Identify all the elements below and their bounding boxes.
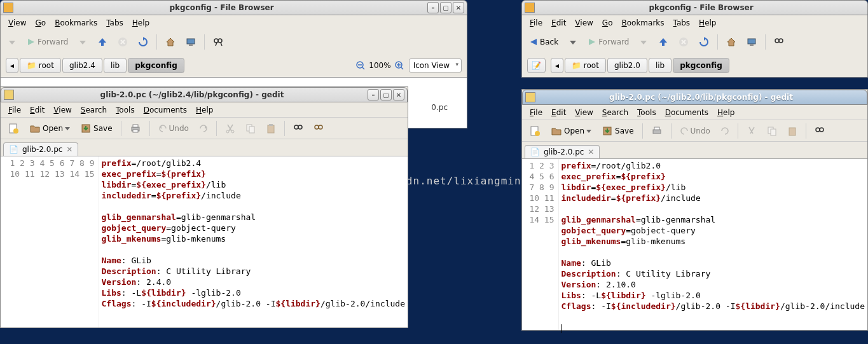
view-mode-select[interactable]: Icon View (409, 58, 462, 72)
menu-view[interactable]: View (571, 17, 596, 29)
menu-documents[interactable]: Documents (661, 107, 712, 118)
search-button[interactable] (771, 34, 787, 50)
maximize-button[interactable]: ▢ (440, 2, 451, 13)
menu-help[interactable]: Help (713, 107, 738, 118)
menu-bookmarks[interactable]: Bookmarks (617, 17, 668, 29)
redo-button (717, 123, 733, 139)
print-button[interactable] (127, 120, 144, 137)
gedit-titlebar[interactable]: glib-2.0.pc (~/glib2.4/lib/pkgconfig) - … (1, 87, 408, 102)
open-button[interactable]: Open (26, 120, 73, 137)
new-button[interactable] (4, 120, 22, 137)
svg-line-5 (216, 43, 217, 46)
minimize-button[interactable]: – (427, 2, 439, 13)
back-button[interactable]: Back (526, 34, 561, 50)
close-button[interactable]: ✕ (393, 89, 404, 100)
up-button[interactable] (655, 34, 672, 50)
open-button[interactable]: Open (548, 123, 595, 139)
tab-icon: 📄 (530, 148, 540, 156)
computer-button[interactable] (743, 34, 760, 50)
reload-button[interactable] (696, 34, 712, 50)
code-content[interactable]: prefix=/root/glib2.0 exec_prefix=${prefi… (559, 159, 867, 330)
home-button[interactable] (162, 34, 179, 50)
gedit-menubar: File Edit View Search Tools Documents He… (1, 102, 408, 118)
tab-close-icon[interactable]: ✕ (588, 148, 594, 156)
filebrowser-titlebar[interactable]: pkgconfig - File Browser (521, 0, 868, 15)
breadcrumb-lib[interactable]: lib (649, 58, 672, 73)
save-button[interactable]: Save (598, 123, 637, 139)
zoom-out-icon[interactable] (356, 61, 365, 70)
back-dropdown-icon[interactable] (565, 34, 581, 50)
editor-area[interactable]: 1 2 3 4 5 6 7 8 9 10 11 12 13 14 15 pref… (522, 158, 867, 330)
svg-rect-39 (654, 127, 659, 130)
breadcrumb-lib[interactable]: lib (104, 58, 127, 73)
menu-tabs[interactable]: Tabs (102, 17, 127, 29)
svg-rect-1 (187, 39, 195, 44)
menu-search[interactable]: Search (77, 104, 111, 116)
gedit-title: glib-2.0.pc (~/glib2.4/lib/pkgconfig) - … (17, 90, 368, 99)
menu-go[interactable]: Go (598, 17, 617, 29)
reload-button[interactable] (135, 34, 151, 50)
editor-area[interactable]: 1 2 3 4 5 6 7 8 9 10 11 12 13 14 15 pref… (1, 156, 408, 327)
breadcrumb-pkgconfig[interactable]: pkgconfig (673, 58, 729, 73)
svg-rect-41 (771, 129, 776, 135)
svg-rect-38 (653, 130, 661, 134)
filebrowser-toolbar: Back Forward (521, 31, 868, 53)
paste-button (784, 123, 801, 139)
edit-location-icon[interactable]: 📝 (527, 58, 546, 73)
menu-tools[interactable]: Tools (633, 107, 660, 118)
home-button[interactable] (723, 34, 740, 50)
menu-search[interactable]: Search (598, 107, 632, 118)
menu-edit[interactable]: Edit (548, 17, 570, 29)
forward-dropdown-icon (636, 34, 651, 50)
minimize-button[interactable]: – (368, 89, 379, 100)
gedit-titlebar[interactable]: glib-2.0.pc (~/glib2.0/lib/pkgconfig) - … (522, 90, 867, 105)
menu-view[interactable]: View (4, 17, 30, 29)
breadcrumb-back-icon[interactable]: ◂ (6, 58, 18, 73)
close-button[interactable]: ✕ (453, 2, 464, 13)
save-button[interactable]: Save (77, 120, 115, 137)
tab-row: 📄 glib-2.0.pc ✕ (522, 142, 867, 158)
menu-bookmarks[interactable]: Bookmarks (51, 17, 101, 29)
svg-rect-25 (269, 124, 273, 126)
maximize-button[interactable]: ▢ (380, 89, 392, 100)
file-tab[interactable]: 📄 glib-2.0.pc ✕ (525, 145, 600, 158)
breadcrumb-root[interactable]: 📁 root (20, 58, 61, 73)
new-button[interactable] (526, 123, 544, 139)
find-button[interactable] (811, 123, 828, 139)
search-button[interactable] (210, 34, 226, 50)
menu-help[interactable]: Help (695, 17, 720, 29)
replace-button[interactable] (310, 120, 327, 137)
file-tab[interactable]: 📄 glib-2.0.pc ✕ (3, 142, 78, 156)
menu-help[interactable]: Help (128, 17, 153, 29)
tab-close-icon[interactable]: ✕ (66, 145, 72, 154)
code-content[interactable]: prefix=/root/glib2.4 exec_prefix=${prefi… (99, 156, 408, 327)
menu-view[interactable]: View (571, 107, 596, 118)
menu-documents[interactable]: Documents (140, 104, 191, 116)
menu-edit[interactable]: Edit (26, 104, 48, 116)
menu-tools[interactable]: Tools (112, 104, 139, 116)
menu-help[interactable]: Help (192, 104, 217, 116)
menu-file[interactable]: File (526, 107, 546, 118)
menu-view[interactable]: View (50, 104, 75, 116)
undo-button: Undo (155, 120, 192, 137)
menu-file[interactable]: File (4, 104, 25, 116)
breadcrumb-glib24[interactable]: glib2.4 (62, 58, 102, 73)
print-button[interactable] (648, 123, 666, 139)
zoom-in-icon[interactable] (395, 61, 404, 70)
find-button[interactable] (290, 120, 307, 137)
forward-dropdown-icon (75, 34, 90, 50)
breadcrumb-root[interactable]: 📁 root (565, 58, 606, 73)
filebrowser-titlebar[interactable]: pkgconfig - File Browser – ▢ ✕ (0, 0, 467, 15)
redo-button (196, 120, 211, 137)
menu-file[interactable]: File (526, 17, 546, 29)
menu-edit[interactable]: Edit (548, 107, 570, 118)
breadcrumb-pkgconfig[interactable]: pkgconfig (128, 58, 184, 73)
breadcrumb-back-icon[interactable]: ◂ (551, 58, 563, 73)
up-button[interactable] (94, 34, 111, 50)
file-item[interactable]: 0.pc (431, 103, 448, 112)
computer-button[interactable] (183, 34, 199, 50)
menu-tabs[interactable]: Tabs (670, 17, 694, 29)
svg-rect-31 (748, 39, 755, 44)
menu-go[interactable]: Go (31, 17, 50, 29)
breadcrumb-glib20[interactable]: glib2.0 (607, 58, 647, 73)
